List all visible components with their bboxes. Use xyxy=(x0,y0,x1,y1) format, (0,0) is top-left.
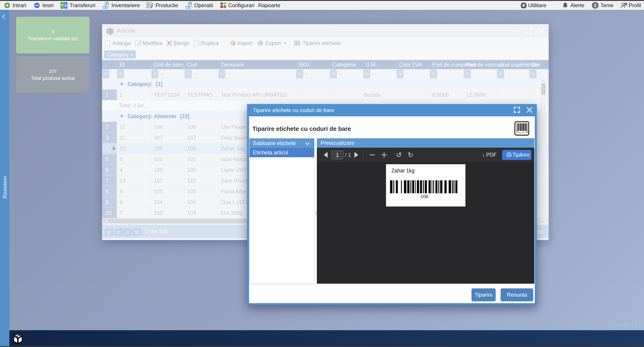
svg-text:420 004 04 33: 420 004 04 33 xyxy=(518,132,528,133)
